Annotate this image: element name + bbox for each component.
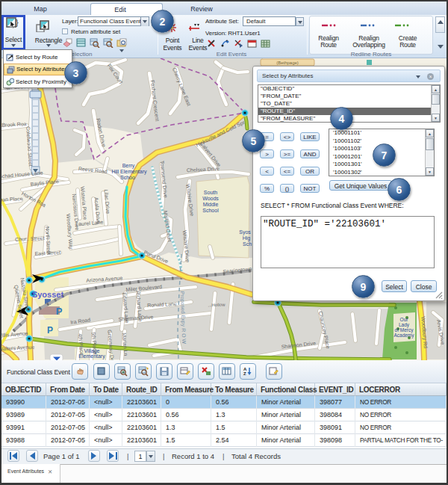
svg-text:Berry: Berry [122, 163, 135, 169]
svg-text:Academy: Academy [393, 333, 414, 339]
svg-text:}: } [16, 18, 19, 27]
svg-text:School: School [202, 208, 219, 213]
svg-text:South: South [204, 190, 217, 195]
svg-text:...Hollow: ...Hollow [208, 303, 225, 308]
svg-text:P: P [47, 325, 53, 336]
svg-text:(Bethpage): (Bethpage) [276, 61, 299, 65]
svg-text:Hill Elementary: Hill Elementary [111, 169, 147, 175]
svg-text:Middle: Middle [203, 202, 219, 207]
svg-text:Our: Our [400, 317, 409, 322]
svg-text:Woods: Woods [202, 196, 219, 201]
svg-text:Elementary: Elementary [78, 353, 105, 359]
svg-text:Sch: Sch [243, 241, 252, 247]
svg-text:Syos: Syos [239, 229, 251, 235]
svg-text:Schoo: Schoo [120, 175, 135, 180]
svg-text:Hig: Hig [243, 235, 251, 241]
svg-text:P: P [56, 306, 63, 317]
svg-text:Z: Z [243, 371, 246, 376]
svg-text:Syosset: Syosset [32, 290, 64, 299]
